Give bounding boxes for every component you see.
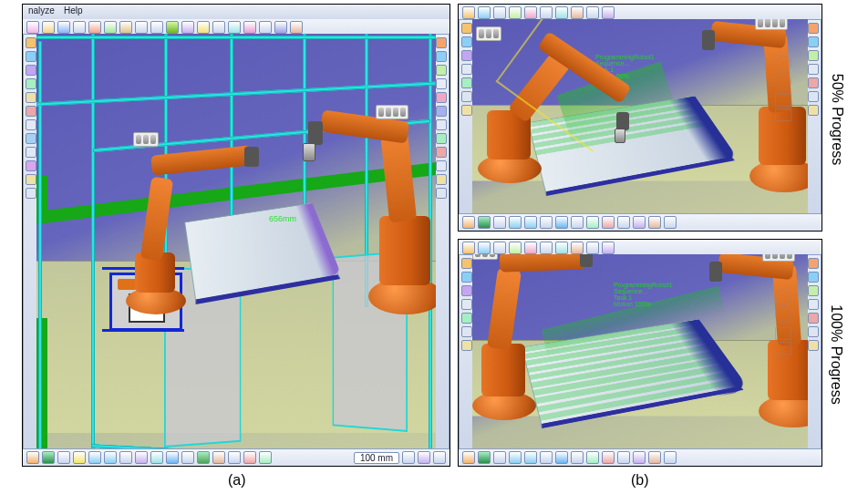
i5-icon[interactable] — [524, 6, 537, 19]
pan-icon[interactable] — [26, 65, 36, 76]
i1-icon[interactable] — [462, 242, 475, 254]
cut-icon[interactable] — [88, 21, 101, 34]
i10-icon[interactable] — [602, 6, 615, 19]
br-teach-icon[interactable] — [808, 272, 819, 283]
i8-icon[interactable] — [571, 242, 584, 254]
i6-icon[interactable] — [540, 6, 553, 19]
grid-icon[interactable] — [150, 451, 163, 464]
path-icon[interactable] — [436, 106, 447, 117]
b-axis-icon[interactable] — [462, 451, 475, 464]
viewport-b2[interactable]: ProgrammingRobot1 Sequence... Task.1 Mot… — [472, 254, 808, 449]
b-z1-icon[interactable] — [461, 64, 472, 75]
i10-icon[interactable] — [602, 242, 615, 254]
br-robot-icon[interactable] — [808, 23, 819, 34]
mat-icon[interactable] — [26, 160, 36, 171]
jog-icon[interactable] — [436, 65, 447, 76]
b-zi-icon[interactable] — [509, 216, 522, 229]
toolbar-bottom-a[interactable]: 100 mm — [23, 448, 450, 466]
b-o2-icon[interactable] — [648, 451, 661, 464]
shade-icon[interactable] — [166, 451, 179, 464]
i6-icon[interactable] — [540, 242, 553, 254]
rec-icon[interactable] — [436, 160, 447, 171]
toolbar-bottom-b2[interactable] — [459, 448, 822, 466]
layer-icon[interactable] — [26, 147, 36, 158]
upd-icon[interactable] — [181, 21, 194, 34]
opt2-icon[interactable] — [433, 451, 446, 464]
br-teach-icon[interactable] — [808, 36, 819, 47]
b-o3-icon[interactable] — [664, 216, 677, 229]
viewport-a[interactable]: 656mm — [36, 34, 436, 449]
b-o3-icon[interactable] — [664, 451, 677, 464]
target-icon[interactable] — [436, 92, 447, 103]
zoomin-icon[interactable] — [88, 451, 101, 464]
b-iso-icon[interactable] — [493, 216, 506, 229]
b-zo-icon[interactable] — [524, 451, 537, 464]
b-world-icon[interactable] — [478, 216, 491, 229]
link-icon[interactable] — [212, 21, 225, 34]
zoomout-icon[interactable] — [104, 451, 117, 464]
axis-icon[interactable] — [26, 451, 39, 464]
cap-icon[interactable] — [197, 451, 210, 464]
print-icon[interactable] — [73, 21, 86, 34]
toolbar-bottom-b1[interactable] — [459, 213, 822, 231]
rotv-icon[interactable] — [135, 451, 148, 464]
b-world-icon[interactable] — [478, 451, 491, 464]
rotate-icon[interactable] — [26, 78, 36, 89]
rec2-icon[interactable] — [243, 451, 256, 464]
sim-icon[interactable] — [436, 119, 447, 130]
open-icon[interactable] — [42, 21, 55, 34]
br-stop-icon[interactable] — [808, 77, 819, 88]
b-wire-icon[interactable] — [571, 451, 584, 464]
br-set-icon[interactable] — [808, 326, 819, 337]
fitall-icon[interactable] — [73, 451, 86, 464]
light-icon[interactable] — [26, 174, 36, 185]
i4-icon[interactable] — [509, 6, 522, 19]
note-icon[interactable] — [228, 451, 241, 464]
menu-help[interactable]: Help — [64, 5, 83, 20]
b-zi-icon[interactable] — [509, 451, 522, 464]
b-pan-icon[interactable] — [540, 451, 553, 464]
b-o1-icon[interactable] — [633, 451, 646, 464]
world-icon[interactable] — [42, 451, 55, 464]
b-rot-icon[interactable] — [461, 50, 472, 61]
b-stop-icon[interactable] — [602, 451, 615, 464]
b-compass-icon[interactable] — [461, 258, 472, 269]
stop-icon[interactable] — [436, 147, 447, 158]
b-zo-icon[interactable] — [524, 216, 537, 229]
b-shade-icon[interactable] — [555, 216, 568, 229]
check-icon[interactable] — [166, 21, 179, 34]
b-z3-icon[interactable] — [461, 91, 472, 102]
iso-icon[interactable] — [57, 451, 70, 464]
b-z4-icon[interactable] — [461, 340, 472, 351]
i9-icon[interactable] — [586, 6, 599, 19]
play-icon[interactable] — [436, 133, 447, 144]
compass-icon[interactable] — [26, 37, 36, 48]
robot-icon[interactable] — [436, 37, 447, 48]
m2-icon[interactable] — [243, 21, 256, 34]
i1-icon[interactable] — [462, 6, 475, 19]
paste-icon[interactable] — [119, 21, 132, 34]
br-stop-icon[interactable] — [808, 313, 819, 324]
flag-icon[interactable] — [197, 21, 210, 34]
b-rec-icon[interactable] — [617, 216, 630, 229]
m1-icon[interactable] — [228, 21, 241, 34]
fit-icon[interactable] — [26, 51, 36, 62]
i8-icon[interactable] — [571, 6, 584, 19]
tree-icon[interactable] — [26, 133, 36, 144]
b-play-icon[interactable] — [586, 216, 599, 229]
br-robot-icon[interactable] — [808, 258, 819, 269]
panv-icon[interactable] — [119, 451, 132, 464]
m3-icon[interactable] — [259, 21, 272, 34]
b-z2-icon[interactable] — [461, 313, 472, 324]
cap1-icon[interactable] — [26, 188, 36, 199]
m4-icon[interactable] — [274, 21, 287, 34]
br-path-icon[interactable] — [808, 285, 819, 296]
opt1-icon[interactable] — [418, 451, 430, 464]
br-set-icon[interactable] — [808, 91, 819, 102]
wire-icon[interactable] — [181, 451, 194, 464]
i3-icon[interactable] — [493, 6, 506, 19]
b-z4-icon[interactable] — [461, 105, 472, 116]
i4-icon[interactable] — [509, 242, 522, 254]
i2-icon[interactable] — [478, 6, 491, 19]
set-icon[interactable] — [436, 188, 447, 199]
